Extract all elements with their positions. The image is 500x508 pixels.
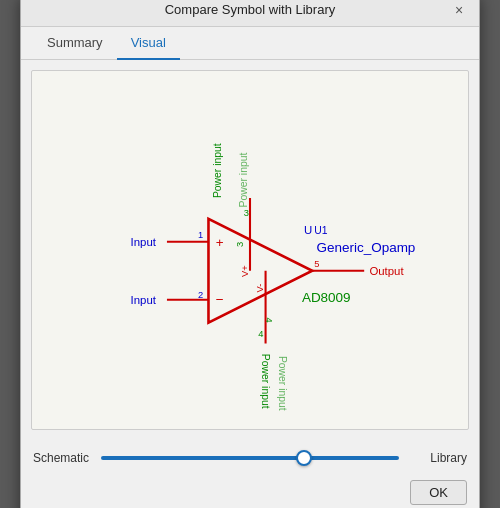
svg-text:Power input: Power input	[212, 143, 223, 198]
svg-text:U1: U1	[314, 225, 327, 236]
tab-bar: Summary Visual	[21, 27, 479, 60]
svg-text:U: U	[304, 224, 312, 236]
svg-text:Power input: Power input	[277, 355, 288, 410]
svg-text:1: 1	[198, 229, 203, 239]
schematic-svg: + − V+ V- Input Input 1 2 3 4 5 Output P…	[32, 71, 468, 429]
svg-text:V+: V+	[240, 265, 250, 277]
library-label: Library	[407, 451, 467, 465]
svg-text:−: −	[216, 291, 224, 306]
svg-text:Input: Input	[131, 235, 157, 247]
schematic-label: Schematic	[33, 451, 93, 465]
svg-marker-0	[208, 218, 312, 322]
svg-text:V-: V-	[255, 283, 265, 292]
svg-text:3: 3	[244, 207, 249, 217]
svg-text:4: 4	[258, 329, 263, 339]
ok-button[interactable]: OK	[410, 480, 467, 505]
svg-text:Generic_Opamp: Generic_Opamp	[316, 240, 415, 255]
svg-text:5: 5	[314, 258, 319, 268]
compare-dialog: Compare Symbol with Library × Summary Vi…	[20, 0, 480, 508]
close-button[interactable]: ×	[451, 2, 467, 18]
svg-text:3: 3	[235, 241, 245, 246]
svg-text:4: 4	[264, 317, 274, 322]
svg-text:2: 2	[198, 289, 203, 299]
svg-text:Input: Input	[131, 293, 157, 305]
tab-summary[interactable]: Summary	[33, 27, 117, 60]
svg-text:Output: Output	[369, 264, 404, 276]
title-bar: Compare Symbol with Library ×	[21, 0, 479, 27]
slider-thumb[interactable]	[296, 450, 312, 466]
symbol-canvas: + − V+ V- Input Input 1 2 3 4 5 Output P…	[31, 70, 469, 430]
svg-text:+: +	[216, 234, 224, 249]
dialog-footer: OK	[21, 476, 479, 509]
comparison-slider-bar: Schematic Library	[21, 440, 479, 476]
svg-text:Power input: Power input	[260, 353, 271, 408]
svg-text:Power input: Power input	[238, 152, 249, 207]
slider-track	[101, 456, 399, 460]
svg-text:AD8009: AD8009	[302, 289, 351, 304]
tab-visual[interactable]: Visual	[117, 27, 180, 60]
dialog-title: Compare Symbol with Library	[49, 2, 451, 17]
slider-container[interactable]	[101, 448, 399, 468]
